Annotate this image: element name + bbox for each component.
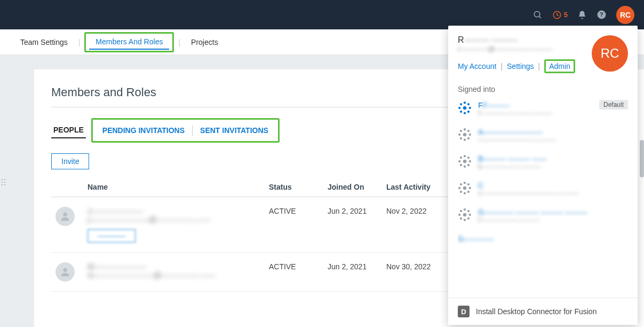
svg-point-8 — [464, 102, 466, 104]
svg-point-33 — [467, 164, 470, 166]
svg-point-34 — [463, 186, 467, 190]
svg-point-14 — [460, 111, 462, 113]
link-settings[interactable]: Settings — [507, 62, 534, 71]
svg-point-47 — [469, 214, 471, 216]
svg-point-31 — [467, 157, 470, 159]
search-icon[interactable] — [533, 10, 543, 20]
hub-item[interactable]: B——— ——— —— b——————.——— — [458, 152, 628, 173]
col-avatar — [51, 177, 83, 197]
hub-name: G———— — [458, 235, 494, 243]
bell-icon[interactable] — [577, 10, 587, 20]
svg-point-11 — [469, 107, 471, 109]
svg-point-13 — [467, 103, 470, 105]
svg-point-41 — [460, 191, 462, 193]
install-icon: D — [458, 306, 470, 317]
svg-point-23 — [460, 137, 462, 139]
hub-sub: f————————.——— — [478, 110, 552, 117]
hub-sub: f——————.——— — [478, 216, 587, 224]
link-admin[interactable]: Admin — [549, 62, 570, 71]
svg-point-26 — [464, 155, 466, 157]
link-separator: | — [500, 62, 503, 71]
tab-members-and-roles[interactable]: Members And Roles — [89, 35, 169, 50]
topbar: 5 ? RC — [0, 0, 644, 29]
svg-point-6 — [63, 268, 67, 272]
svg-point-16 — [463, 133, 467, 137]
svg-text:?: ? — [600, 11, 603, 18]
hub-sub: b——————.——— — [478, 163, 547, 170]
svg-point-29 — [469, 160, 471, 162]
subtab-people[interactable]: PEOPLE — [51, 122, 86, 138]
pending-jobs-count: 5 — [564, 11, 568, 19]
default-badge: Default — [599, 100, 628, 110]
member-status: ACTIVE — [265, 253, 323, 292]
link-my-account[interactable]: My Account — [458, 62, 496, 71]
hub-sub: —————————.——— — [478, 136, 556, 144]
profile-panel: R——— ——— r————@—————.——— My Account | Se… — [448, 26, 638, 325]
highlight-admin-link: Admin — [544, 59, 575, 73]
hub-list: FF——— f————————.——— Default A———————— ——… — [458, 99, 628, 245]
hub-sub: c————————————.——— — [478, 190, 579, 197]
tab-projects[interactable]: Projects — [185, 29, 225, 54]
member-avatar — [55, 262, 75, 282]
hub-name: B——— ——— —— — [478, 154, 547, 163]
avatar-menu-trigger[interactable]: RC — [616, 6, 634, 24]
svg-point-28 — [458, 160, 460, 162]
hub-name: FF——— — [478, 101, 552, 110]
hub-item[interactable]: FF——— f————————.——— Default — [458, 99, 628, 119]
help-icon[interactable]: ? — [597, 10, 607, 20]
member-joined: Jun 2, 2021 — [323, 197, 382, 253]
svg-point-19 — [458, 134, 460, 136]
hub-item[interactable]: C c————————————.——— — [458, 179, 628, 199]
svg-point-7 — [463, 106, 467, 110]
member-email: m————————@—————.—— — [88, 271, 260, 279]
svg-point-35 — [464, 182, 466, 184]
invite-button[interactable]: Invite — [51, 153, 89, 169]
svg-point-25 — [463, 160, 467, 164]
col-status[interactable]: Status — [265, 177, 323, 197]
subtab-pending-invitations[interactable]: PENDING INVITATIONS — [100, 123, 187, 138]
svg-point-46 — [458, 214, 460, 216]
col-joined[interactable]: Joined On — [323, 177, 382, 197]
svg-point-0 — [534, 11, 540, 17]
hub-icon — [458, 208, 472, 222]
tab-team-settings[interactable]: Team Settings — [14, 29, 74, 54]
avatar-initials: RC — [620, 11, 631, 19]
member-avatar — [55, 207, 75, 226]
svg-point-39 — [460, 183, 462, 185]
svg-point-43 — [463, 213, 467, 217]
hub-item[interactable]: G———— — [458, 232, 628, 245]
drag-handle[interactable] — [0, 177, 7, 187]
link-separator: | — [538, 62, 540, 71]
svg-point-22 — [467, 130, 470, 132]
scrollbar[interactable] — [640, 140, 644, 177]
svg-point-40 — [467, 183, 470, 185]
member-action-button[interactable]: ———— — [88, 229, 136, 243]
svg-point-37 — [458, 187, 460, 189]
svg-point-30 — [460, 157, 462, 159]
highlight-members-tab: Members And Roles — [84, 32, 174, 52]
subtab-sent-invitations[interactable]: SENT INVITATIONS — [198, 123, 271, 138]
install-label: Install Desktop Connector for Fusion — [476, 307, 597, 316]
nav-separator: | — [178, 38, 180, 46]
member-name: M——————— — [88, 262, 260, 271]
profile-avatar: RC — [592, 35, 628, 72]
svg-point-17 — [464, 128, 466, 130]
install-desktop-connector[interactable]: D Install Desktop Connector for Fusion — [448, 298, 638, 325]
pending-jobs-icon[interactable]: 5 — [552, 10, 568, 20]
hub-icon — [458, 128, 472, 142]
hub-item[interactable]: A———————— —————————.——— — [458, 126, 628, 146]
profile-email: r————@—————.——— — [458, 45, 584, 53]
nav-separator: | — [78, 38, 81, 46]
svg-point-24 — [467, 137, 470, 139]
svg-point-38 — [469, 187, 471, 189]
member-email: j————————@—————.—— — [88, 215, 260, 224]
hub-icon — [458, 181, 472, 195]
hub-item[interactable]: G———— ——— ——— ——— f——————.——— — [458, 206, 628, 226]
highlight-invitation-tabs: PENDING INVITATIONS SENT INVITATIONS — [91, 118, 280, 143]
member-status: ACTIVE — [265, 197, 323, 253]
subtab-separator — [192, 125, 193, 136]
svg-line-1 — [539, 16, 541, 18]
svg-point-48 — [460, 210, 462, 212]
svg-point-21 — [460, 130, 462, 132]
col-name[interactable]: Name — [83, 177, 265, 197]
